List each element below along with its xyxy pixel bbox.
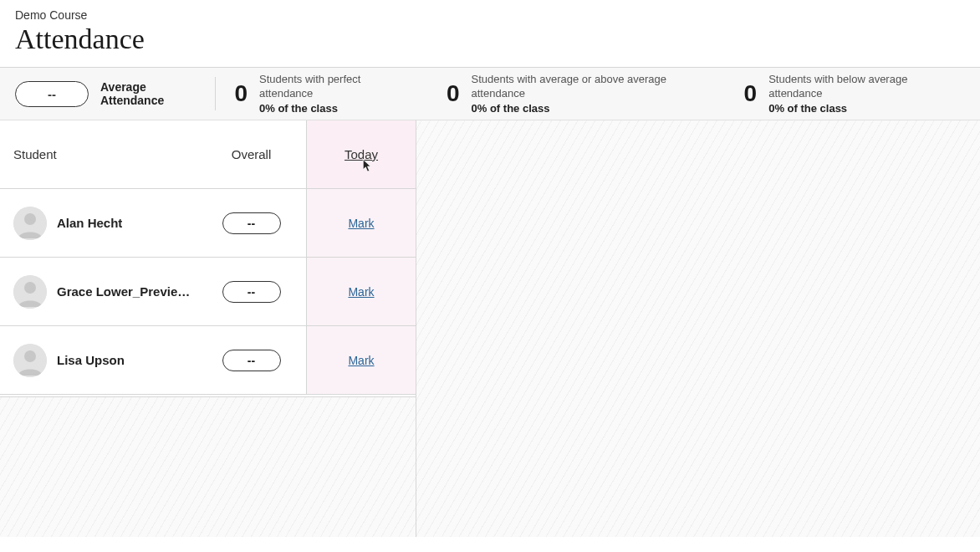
stat-perfect-count: 0 [234, 82, 248, 105]
svg-point-5 [24, 350, 36, 362]
mark-link[interactable]: Mark [348, 285, 374, 299]
cell-today[interactable]: Mark [306, 189, 416, 257]
header-student: Student [0, 120, 197, 188]
table-row: Alan Hecht -- Mark [0, 189, 416, 258]
student-name: Alan Hecht [57, 216, 122, 230]
divider [215, 77, 216, 110]
overall-pill[interactable]: -- [222, 212, 281, 234]
today-link[interactable]: Today [345, 147, 378, 161]
mark-link[interactable]: Mark [348, 354, 374, 367]
stat-avg-or-above-text: Students with average or above average a… [472, 72, 699, 116]
empty-area-below [0, 396, 416, 537]
avatar-icon [13, 207, 47, 240]
table-header: Student Overall Today [0, 120, 416, 189]
stat-perfect: 0 Students with perfect attendance 0% of… [234, 72, 421, 116]
course-name: Demo Course [15, 8, 965, 22]
average-attendance-label: Average Attendance [100, 80, 195, 107]
stat-below-avg-text: Students with below average attendance 0… [768, 72, 945, 116]
mark-link[interactable]: Mark [348, 217, 374, 230]
empty-area-right [416, 120, 980, 537]
header-today[interactable]: Today [306, 120, 416, 188]
page-header: Demo Course Attendance [0, 0, 980, 67]
attendance-table: Student Overall Today Alan Hecht [0, 120, 416, 395]
cell-student[interactable]: Lisa Upson [0, 326, 197, 394]
stat-below-avg-count: 0 [744, 82, 758, 105]
student-name: Grace Lower_Preview... [57, 284, 195, 299]
cell-today[interactable]: Mark [306, 326, 416, 394]
stat-perfect-text: Students with perfect attendance 0% of t… [259, 72, 401, 116]
cell-student[interactable]: Alan Hecht [0, 189, 197, 257]
stat-average: -- Average Attendance [15, 80, 215, 107]
table-row: Lisa Upson -- Mark [0, 326, 416, 395]
page-title: Attendance [15, 23, 965, 55]
stat-avg-or-above: 0 Students with average or above average… [447, 72, 719, 116]
overall-pill[interactable]: -- [222, 281, 281, 303]
avatar-icon [13, 344, 47, 377]
header-overall: Overall [197, 120, 306, 188]
overall-pill[interactable]: -- [222, 350, 281, 371]
cell-overall: -- [197, 189, 306, 257]
table-row: Grace Lower_Preview... -- Mark [0, 258, 416, 326]
cell-student[interactable]: Grace Lower_Preview... [0, 258, 197, 325]
avatar-icon [13, 275, 47, 309]
average-attendance-pill[interactable]: -- [15, 81, 89, 107]
cell-overall: -- [197, 258, 306, 325]
svg-point-3 [24, 282, 36, 294]
stats-bar: -- Average Attendance 0 Students with pe… [0, 67, 980, 120]
svg-point-1 [24, 213, 36, 225]
cell-today[interactable]: Mark [306, 258, 416, 325]
cell-overall: -- [197, 326, 306, 394]
stat-avg-or-above-count: 0 [447, 82, 460, 105]
student-name: Lisa Upson [57, 353, 125, 367]
stat-below-avg: 0 Students with below average attendance… [744, 72, 965, 116]
